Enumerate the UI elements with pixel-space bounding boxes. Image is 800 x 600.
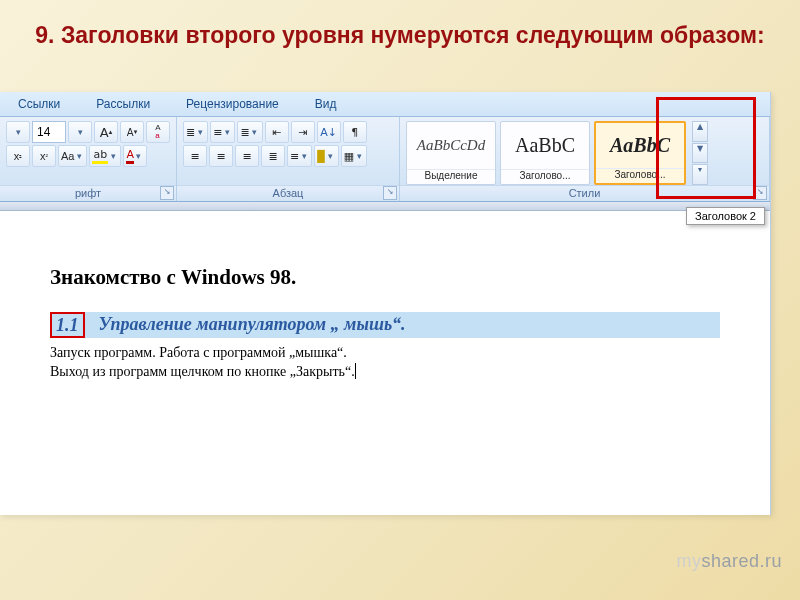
font-color-button[interactable]: A▾: [123, 145, 147, 167]
document-area[interactable]: Знакомство с Windows 98. 1.1 Управление …: [0, 211, 770, 515]
group-font-label: рифт ↘: [0, 185, 176, 201]
decrease-indent-button[interactable]: ⇤: [265, 121, 289, 143]
numbering-button[interactable]: ≡▾: [210, 121, 235, 143]
style-sample: AaBbC: [596, 123, 684, 168]
styles-launcher-icon[interactable]: ↘: [753, 186, 767, 200]
borders-button[interactable]: ▦▾: [341, 145, 367, 167]
tab-references[interactable]: Ссылки: [0, 92, 78, 116]
style-name-label: Заголово...: [501, 169, 589, 184]
font-size-dropdown[interactable]: ▾: [68, 121, 92, 143]
line-spacing-button[interactable]: ≡▾: [287, 145, 312, 167]
slide-title: 9. Заголовки второго уровня нумеруются с…: [0, 22, 800, 49]
group-styles: AaBbCcDd Выделение AaBbC Заголово... AaB…: [400, 117, 770, 201]
font-family-dropdown[interactable]: ▾: [6, 121, 30, 143]
group-styles-label: Стили ↘: [400, 185, 769, 201]
ruler: [0, 202, 770, 211]
shrink-font-button[interactable]: A▾: [120, 121, 144, 143]
tab-mailings[interactable]: Рассылки: [78, 92, 168, 116]
style-tooltip: Заголовок 2: [686, 207, 765, 225]
style-sample: AaBbC: [501, 122, 589, 169]
superscript-button[interactable]: x²: [32, 145, 56, 167]
paragraph-launcher-icon[interactable]: ↘: [383, 186, 397, 200]
watermark: myshared.ru: [676, 551, 782, 572]
multilevel-list-button[interactable]: ≣▾: [237, 121, 262, 143]
clear-formatting-button[interactable]: Aa: [146, 121, 170, 143]
body-line-2: Выход из программ щелчком по кнопке „Зак…: [50, 364, 355, 379]
styles-scroll-down[interactable]: ▼: [692, 143, 708, 164]
styles-gallery-expand[interactable]: ▾: [692, 164, 708, 185]
subscript-button[interactable]: x₂: [6, 145, 30, 167]
style-item-heading1[interactable]: AaBbC Заголово...: [500, 121, 590, 185]
ribbon-tabs: Ссылки Рассылки Рецензирование Вид: [0, 92, 770, 117]
group-paragraph-label: Абзац ↘: [177, 185, 399, 201]
text-cursor: [355, 363, 356, 379]
justify-button[interactable]: ≣: [261, 145, 285, 167]
doc-body-text: Запуск программ. Работа с программой „мы…: [50, 344, 770, 382]
change-case-button[interactable]: Aa▾: [58, 145, 87, 167]
body-line-1: Запуск программ. Работа с программой „мы…: [50, 345, 347, 360]
align-center-button[interactable]: ≡: [209, 145, 233, 167]
tab-view[interactable]: Вид: [297, 92, 355, 116]
sort-button[interactable]: A↓: [317, 121, 341, 143]
style-item-heading2[interactable]: AaBbC Заголово...: [594, 121, 686, 185]
increase-indent-button[interactable]: ⇥: [291, 121, 315, 143]
doc-heading2-text: Управление манипулятором „ мышь“.: [85, 312, 721, 338]
style-sample: AaBbCcDd: [407, 122, 495, 169]
doc-heading2-row: 1.1 Управление манипулятором „ мышь“.: [50, 312, 770, 338]
ribbon: ▾ 14 ▾ A▴ A▾ Aa x₂ x² Aa▾ ab▾ A▾ рифт ↘: [0, 117, 770, 202]
bullets-button[interactable]: ≣▾: [183, 121, 208, 143]
align-right-button[interactable]: ≡: [235, 145, 259, 167]
tab-review[interactable]: Рецензирование: [168, 92, 297, 116]
heading-number-highlight: 1.1: [50, 312, 85, 338]
group-font: ▾ 14 ▾ A▴ A▾ Aa x₂ x² Aa▾ ab▾ A▾ рифт ↘: [0, 117, 177, 201]
styles-gallery-scroll: ▲ ▼ ▾: [692, 121, 708, 185]
style-item-emphasis[interactable]: AaBbCcDd Выделение: [406, 121, 496, 185]
font-size-field[interactable]: 14: [32, 121, 66, 143]
style-name-label: Выделение: [407, 169, 495, 184]
word-screenshot: Ссылки Рассылки Рецензирование Вид ▾ 14 …: [0, 92, 771, 515]
doc-chapter-title: Знакомство с Windows 98.: [50, 265, 770, 290]
styles-scroll-up[interactable]: ▲: [692, 121, 708, 142]
font-launcher-icon[interactable]: ↘: [160, 186, 174, 200]
group-paragraph: ≣▾ ≡▾ ≣▾ ⇤ ⇥ A↓ ¶ ≡ ≡ ≡ ≣ ≡▾ ▉▾ ▦▾: [177, 117, 400, 201]
grow-font-button[interactable]: A▴: [94, 121, 118, 143]
highlight-button[interactable]: ab▾: [89, 145, 121, 167]
align-left-button[interactable]: ≡: [183, 145, 207, 167]
show-marks-button[interactable]: ¶: [343, 121, 367, 143]
style-name-label: Заголово...: [596, 168, 684, 183]
shading-button[interactable]: ▉▾: [314, 145, 338, 167]
